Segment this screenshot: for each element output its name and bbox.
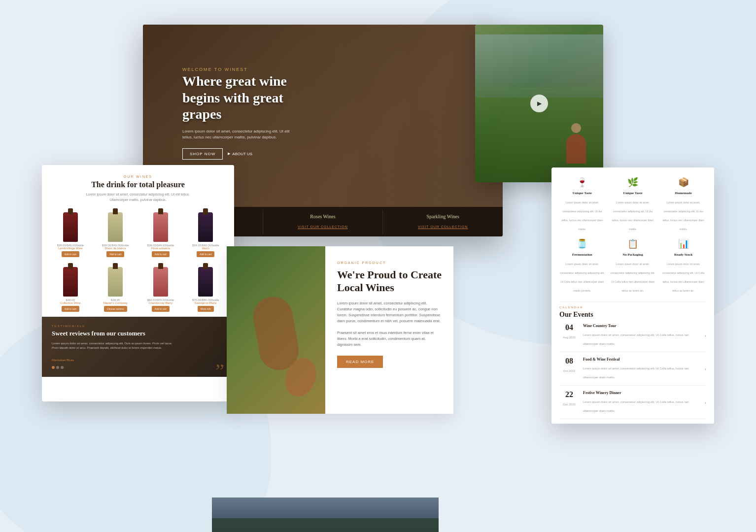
- bottle-dark-1: [198, 212, 213, 242]
- read-more-button[interactable]: READ MORE: [337, 356, 383, 368]
- product-name-3: Pinot adriatica: [140, 247, 181, 250]
- shop-now-button[interactable]: SHOP NOW: [182, 148, 223, 160]
- testimonials-title: Sweet reviews from our customers: [52, 330, 224, 337]
- events-label: CALENDAR: [559, 306, 706, 309]
- product-item-3: $39.00/$49.00/bottle Pinot adriatica Add…: [140, 212, 181, 257]
- add-to-cart-2[interactable]: Add to cart: [106, 251, 124, 257]
- event-date-1: 04 Aug 2022: [559, 324, 579, 347]
- play-button[interactable]: ▶: [530, 95, 548, 112]
- hero-description: Lorem ipsum dolor sit amet, consectetur …: [182, 129, 301, 140]
- bottle-rose-1: [153, 212, 168, 242]
- dot-2[interactable]: [56, 366, 59, 369]
- vineyard-person: [564, 123, 588, 167]
- roses-wines-category[interactable]: Roses Wines VISIT OUR COLLECTION: [263, 210, 383, 234]
- bottle-white-2: [108, 267, 123, 297]
- event-month-2: Oct 2022: [563, 369, 575, 372]
- event-desc-1: Lorem ipsum dolor sit amet, consectetur …: [583, 333, 689, 345]
- add-to-cart-3[interactable]: Add to cart: [152, 251, 170, 257]
- organic-text-content: ORGANIC PRODUCT We're Proud to Create Lo…: [325, 246, 453, 414]
- testimonials-label: TESTIMONIALS: [52, 325, 224, 328]
- products-title: The drink for total pleasure: [52, 180, 224, 189]
- unique-taste-icon-1: 🍷: [575, 175, 589, 189]
- feature-name-1: Unique Taste: [559, 191, 605, 195]
- event-month-1: Aug 2022: [563, 336, 576, 339]
- product-item-4: $39.00/$49.00/bottle Merlo Add to cart: [185, 212, 227, 257]
- product-item-1: $39.00/$49.00/bottle Lamb/Village Wine A…: [50, 212, 91, 257]
- feature-name-5: No Packaging: [610, 253, 656, 257]
- event-date-3: 22 Dec 2022: [559, 391, 579, 414]
- hero-buttons: SHOP NOW ABOUT US: [182, 148, 320, 160]
- event-day-3: 22: [559, 391, 579, 399]
- event-arrow-2[interactable]: ›: [705, 366, 706, 371]
- products-label: OUR WINES: [52, 175, 224, 178]
- add-to-cart-1[interactable]: Add to cart: [62, 251, 79, 257]
- choose-options-6[interactable]: Choose options: [104, 306, 127, 312]
- testimonial-author: Manhattan Blues: [52, 359, 74, 362]
- organic-image: [227, 246, 325, 414]
- dot-3[interactable]: [61, 366, 64, 369]
- product-name-1: Lamb/Village Wine: [50, 247, 91, 250]
- event-day-2: 08: [559, 357, 579, 365]
- product-item-8: $70.00/$80.00/bottle Sauvignon Blanc Mor…: [185, 267, 227, 312]
- feature-desc-6: Lorem ipsum dolor sit amet, consectetur …: [662, 263, 705, 292]
- event-item-3: 22 Dec 2022 Festive Winery Dinner Lorem …: [559, 391, 706, 419]
- organic-label: ORGANIC PRODUCT: [337, 261, 442, 265]
- feature-item-1: 🍷 Unique Taste Lorem ipsum dolor sit ame…: [559, 175, 605, 232]
- product-name-2: Blanc de blancs: [95, 247, 137, 250]
- add-to-cart-4[interactable]: Add to cart: [197, 251, 214, 257]
- feature-desc-2: Lorem ipsum dolor sit amet, consectetur …: [612, 201, 653, 231]
- feature-item-4: 🫙 Fermentation Lorem ipsum dolor sit ame…: [559, 237, 605, 294]
- products-description: Lorem ipsum dolor sit amet, consectetur …: [52, 192, 224, 202]
- feature-item-3: 📦 Homemade Lorem ipsum dolor sit amet, c…: [660, 175, 706, 232]
- feature-item-6: 📊 Ready Stock Lorem ipsum dolor sit amet…: [660, 237, 706, 294]
- event-name-3: Festive Winery Dinner: [583, 391, 701, 395]
- products-header: OUR WINES The drink for total pleasure L…: [42, 165, 234, 207]
- play-icon: ▶: [537, 100, 542, 107]
- unique-taste-icon-2: 🌿: [626, 175, 640, 189]
- feature-desc-1: Lorem ipsum dolor sit amet, consectetur …: [561, 201, 603, 231]
- roses-wines-label: Roses Wines: [267, 214, 379, 219]
- event-month-3: Dec 2022: [563, 403, 576, 406]
- homemade-icon: 📦: [677, 175, 690, 189]
- about-us-button[interactable]: ABOUT US: [228, 152, 252, 156]
- quote-mark: ”: [215, 359, 224, 382]
- dot-1[interactable]: [52, 366, 55, 369]
- products-grid-2: $39.00 Collection Wine Add to cart $39.0…: [42, 262, 234, 317]
- events-title: Our Events: [559, 311, 706, 319]
- product-item-5: $39.00 Collection Wine Add to cart: [50, 267, 91, 312]
- sparkling-wines-label: Sparkling Wines: [387, 214, 499, 219]
- feature-name-6: Ready Stock: [660, 253, 706, 257]
- product-item-6: $39.00 Napier's Company Choose options: [95, 267, 137, 312]
- product-name-5: Collection Wine: [50, 301, 91, 304]
- event-desc-2: Lorem ipsum dolor sit amet, consectetur …: [583, 367, 689, 379]
- landscape-ground: [212, 518, 439, 532]
- event-name-1: Wine Country Tour: [583, 324, 701, 328]
- event-arrow-1[interactable]: ›: [705, 332, 706, 338]
- event-details-1: Wine Country Tour Lorem ipsum dolor sit …: [583, 324, 701, 347]
- sparkling-wines-category[interactable]: Sparkling Wines VISIT OUR COLLECTION: [383, 210, 503, 234]
- feature-desc-4: Lorem ipsum dolor sit amet, consectetur …: [560, 263, 605, 292]
- product-name-4: Merlo: [185, 247, 227, 250]
- event-item-2: 08 Oct 2022 Food & Wine Festival Lorem i…: [559, 357, 706, 386]
- product-name-7: Chardonnay Berry: [140, 301, 181, 304]
- event-desc-3: Lorem ipsum dolor sit amet, consectetur …: [583, 400, 689, 412]
- bottom-landscape-screenshot: [212, 498, 439, 532]
- add-to-cart-7[interactable]: Add to cart: [152, 306, 170, 312]
- organic-screenshot: ORGANIC PRODUCT We're Proud to Create Lo…: [227, 246, 453, 414]
- organic-description: Lorem ipsum dolor sit amet, consectetur …: [337, 300, 442, 348]
- testimonial-dots: [52, 366, 224, 369]
- sparkling-wines-link[interactable]: VISIT OUR COLLECTION: [418, 225, 468, 229]
- roses-wines-link[interactable]: VISIT OUR COLLECTION: [298, 225, 348, 229]
- event-date-2: 08 Oct 2022: [559, 357, 579, 380]
- feature-desc-3: Lorem ipsum dolor sit amet, consectetur …: [662, 201, 704, 231]
- add-to-cart-5[interactable]: Add to cart: [62, 306, 79, 312]
- bottle-red-2: [63, 267, 78, 297]
- fermentation-icon: 🫙: [575, 237, 589, 251]
- feature-name-2: Unique Taste: [610, 191, 656, 195]
- product-item-7: $60.00/$70.00/bottle Chardonnay Berry Ad…: [140, 267, 181, 312]
- event-arrow-3[interactable]: ›: [705, 399, 706, 405]
- more-info-8[interactable]: More info: [198, 306, 214, 312]
- event-details-3: Festive Winery Dinner Lorem ipsum dolor …: [583, 391, 701, 414]
- bottle-red-1: [63, 212, 78, 242]
- testimonial-text: Lorem ipsum dolor sit amet, consectetur …: [52, 341, 175, 350]
